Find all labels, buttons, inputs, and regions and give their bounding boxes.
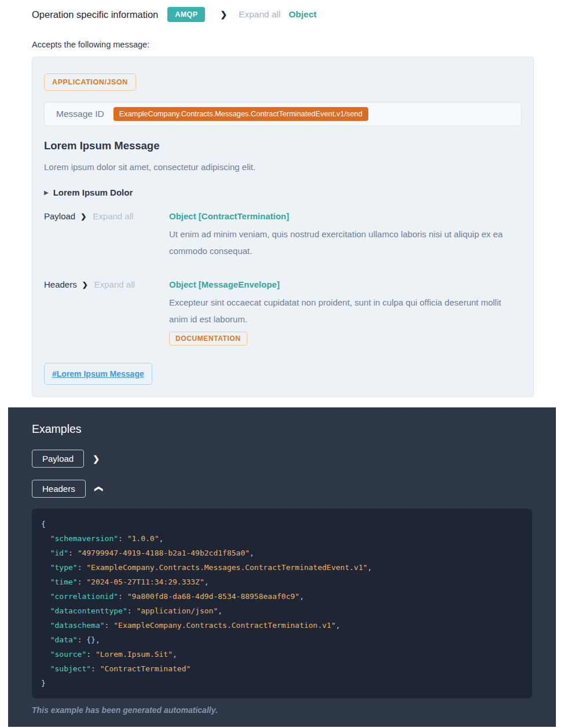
json-punctuation [41,621,50,630]
message-id-value-badge: ExampleCompany.Contracts.Messages.Contra… [113,107,368,121]
json-string-value: "application/json" [136,606,218,615]
message-id-label: Message ID [56,109,104,119]
json-punctuation: } [41,679,46,687]
code-line: "time": "2024-05-27T11:34:29.333Z", [41,575,523,589]
json-key: "dataschema" [50,621,105,630]
headers-example-row: Headers ❯ [32,480,532,498]
headers-schema-left: Headers ❯ Expand all [44,280,169,289]
expander-label: Lorem Ipsum Dolor [53,187,133,197]
json-key: "type" [50,563,78,572]
message-panel: APPLICATION/JSON Message ID ExampleCompa… [32,57,534,397]
headers-label: Headers [44,280,77,289]
json-string-value: "ExampleCompany.Contracts.ContractTermin… [113,621,336,630]
code-line: "type": "ExampleCompany.Contracts.Messag… [41,560,523,575]
chevron-up-icon[interactable]: ❯ [94,484,101,494]
json-punctuation: , [299,592,304,601]
payload-schema-row: Payload ❯ Expand all Object [ContractTer… [44,211,522,259]
json-punctuation: { [41,520,46,528]
json-punctuation: : [78,563,87,572]
object-type-link[interactable]: Object [289,9,317,20]
payload-schema-right: Object [ContractTermination] Ut enim ad … [169,211,522,259]
chevron-right-icon[interactable]: ❯ [82,281,88,289]
json-key: "data" [50,635,78,644]
code-line: "data": {}, [41,633,523,647]
examples-section: Examples Payload ❯ Headers ❯ { "schemave… [8,407,556,727]
headers-description: Excepteur sint occaecat cupidatat non pr… [169,294,516,328]
json-punctuation: : [78,578,87,586]
headers-schema-right: Object [MessageEnvelope] Excepteur sint … [169,280,522,345]
payload-object-type-link[interactable]: Object [ContractTermination] [169,211,516,221]
json-punctuation [41,563,50,572]
json-punctuation [41,534,50,543]
json-punctuation [41,635,50,644]
message-id-box: Message ID ExampleCompany.Contracts.Mess… [44,102,522,126]
json-punctuation: , [204,578,209,586]
json-string-value: "49799947-4919-4188-b2a1-49b2cd1f85a0" [78,549,250,557]
json-string-value: "9a800fd8-da68-4d9d-8534-88958eaaf0c9" [127,592,299,601]
code-line: "datacontenttype": "application/json", [41,604,523,618]
payload-example-row: Payload ❯ [32,450,532,468]
code-line: "correlationid": "9a800fd8-da68-4d9d-853… [41,589,523,604]
json-string-value: "1.0.0" [127,534,159,543]
headers-object-type-link[interactable]: Object [MessageEnvelope] [169,280,516,289]
json-punctuation [41,606,50,615]
json-punctuation: : [86,650,96,659]
json-punctuation: : [127,606,137,615]
json-punctuation: : [105,621,114,630]
json-punctuation: , [218,606,222,615]
json-key: "correlationid" [50,592,118,601]
code-line: "source": "Lorem.Ipsum.Sit", [41,647,523,661]
code-line: "id": "49799947-4919-4188-b2a1-49b2cd1f8… [41,546,523,560]
json-punctuation: : [118,534,127,543]
examples-title: Examples [32,422,532,436]
json-string-value: "ExampleCompany.Contracts.Messages.Contr… [86,563,367,572]
json-punctuation: , [336,621,340,630]
json-punctuation: : [118,592,127,601]
payload-schema-left: Payload ❯ Expand all [44,211,169,221]
json-key: "id" [50,549,68,557]
json-punctuation: , [368,563,372,572]
payload-example-button[interactable]: Payload [32,450,84,468]
protocol-badge-amqp[interactable]: AMQP [167,7,205,22]
chevron-right-icon[interactable]: ❯ [80,212,86,220]
json-punctuation: , [159,534,164,543]
message-title: Lorem Ipsum Message [44,139,522,152]
json-punctuation: : [91,664,100,673]
chevron-right-icon[interactable]: ❯ [220,10,227,19]
chevron-right-icon[interactable]: ❯ [93,454,100,464]
json-string-value: "Lorem.Ipsum.Sit" [96,650,173,659]
json-key: "time" [50,578,78,586]
expand-all-link[interactable]: Expand all [239,9,280,20]
documentation-badge[interactable]: DOCUMENTATION [169,332,247,345]
json-key: "subject" [50,664,91,673]
json-punctuation: , [96,635,100,644]
generated-example-footnote: This example has been generated automati… [32,705,532,715]
json-punctuation [41,592,50,601]
json-punctuation: , [173,650,177,659]
json-punctuation: : [78,635,87,644]
json-punctuation [41,578,50,586]
content-type-badge[interactable]: APPLICATION/JSON [44,73,136,91]
code-line: "subject": "ContractTerminated" [41,661,523,676]
expander-lorem-ipsum-dolor[interactable]: ▶ Lorem Ipsum Dolor [44,187,522,197]
json-punctuation [41,650,50,659]
json-punctuation [41,664,50,673]
json-punctuation: {} [86,635,96,644]
json-string-value: "2024-05-27T11:34:29.333Z" [86,578,204,586]
accepts-message-label: Accepts the following message: [32,40,564,49]
message-anchor-button[interactable]: #Lorem Ipsum Message [44,363,152,385]
json-key: "datacontenttype" [50,606,127,615]
code-line: "dataschema": "ExampleCompany.Contracts.… [41,618,523,633]
message-anchor-link: #Lorem Ipsum Message [52,369,144,378]
headers-expand-all-link[interactable]: Expand all [94,280,135,289]
payload-expand-all-link[interactable]: Expand all [93,211,133,221]
headers-example-button[interactable]: Headers [32,480,86,498]
json-string-value: "ContractTerminated" [100,664,191,673]
message-description: Lorem ipsum dolor sit amet, consectetur … [44,162,522,172]
headers-schema-row: Headers ❯ Expand all Object [MessageEnve… [44,280,522,345]
headers-example-code-block: { "schemaversion": "1.0.0", "id": "49799… [32,509,532,698]
payload-label: Payload [44,211,75,221]
json-key: "source" [50,650,87,659]
json-punctuation [41,549,50,557]
code-line: "schemaversion": "1.0.0", [41,531,523,546]
